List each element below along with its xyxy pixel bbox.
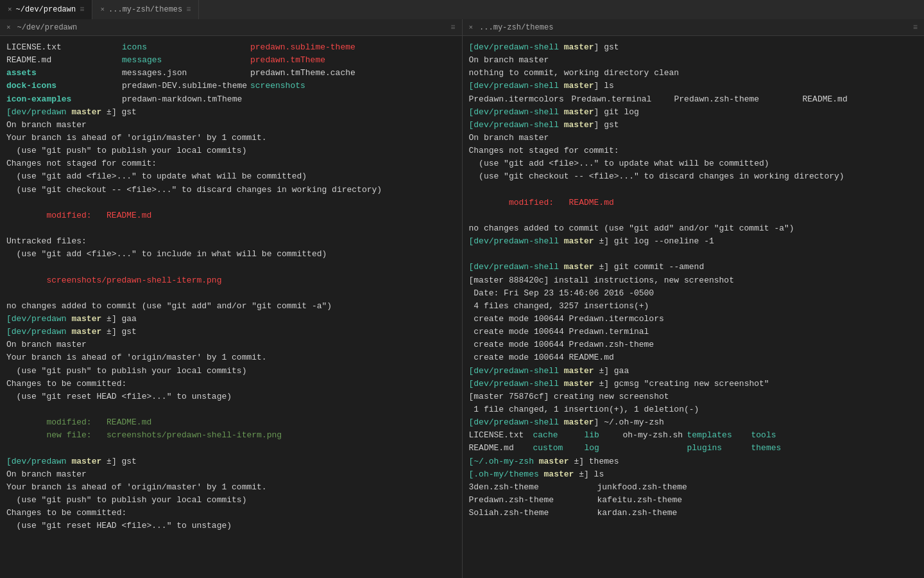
output-line: no changes added to commit (use "git add… (6, 300, 456, 313)
ls-item: oh-my-zsh.sh (623, 429, 687, 442)
ls-output-row5: icon-examples predawn-markdown.tmTheme (6, 93, 456, 106)
tab-themes-menu[interactable]: ≡ (186, 5, 191, 14)
right-panel: × ...my-zsh/themes ≡ [dev/predawn-shell … (463, 19, 925, 578)
ls-output-row2: README.md messages predawn.tmTheme (6, 54, 456, 67)
output-line: Untracked files: (6, 235, 456, 248)
output-line: 4 files changed, 3257 insertions(+) (469, 300, 918, 313)
ls-output-row4: dock-icons predawn-DEV.sublime-theme scr… (6, 80, 456, 92)
output-untracked: screenshots/predawn-shell-iterm.png (6, 274, 456, 287)
ls-item: icons (122, 41, 250, 54)
ls-item: tools (751, 429, 918, 442)
output-line (469, 248, 918, 261)
output-line: [master 888420c] install instructions, n… (469, 274, 918, 287)
tab-bar: × ~/dev/predawn ≡ × ...my-zsh/themes ≡ (0, 0, 924, 19)
tab-themes-close[interactable]: × (100, 6, 105, 13)
ls-item: 3den.zsh-theme (469, 481, 597, 494)
output-line: Your branch is ahead of 'origin/master' … (6, 481, 456, 494)
output-line: create mode 100644 README.md (469, 351, 918, 364)
ls-item (417, 80, 456, 92)
right-panel-title: ...my-zsh/themes (479, 23, 553, 32)
ls-item: templates (687, 429, 751, 442)
prompt-line: [dev/predawn master ±] gst (6, 326, 456, 338)
ls-item: screenshots (250, 80, 417, 92)
output-line: On branch master (6, 119, 456, 132)
output-line: (use "git push" to publish your local co… (6, 144, 456, 157)
ls-omz-row2: README.md custom log plugins themes (469, 442, 918, 455)
ls-item: lib (585, 429, 623, 442)
output-line: create mode 100644 Predawn.itermcolors (469, 313, 918, 326)
output-modified: modified: README.md (469, 197, 918, 209)
left-panel: × ~/dev/predawn ≡ LICENSE.txt icons pred… (0, 19, 463, 578)
prompt-line: [dev/predawn master ±] gst (6, 106, 456, 119)
ls-item: predawn.tmTheme (250, 54, 417, 67)
right-panel-header: × ...my-zsh/themes ≡ (463, 19, 925, 36)
output-line (6, 222, 456, 235)
ls-item: messages (122, 54, 250, 67)
output-staged: modified: README.md (6, 416, 456, 429)
output-line: Your branch is ahead of 'origin/master' … (6, 351, 456, 364)
ls-omz-row1: LICENSE.txt cache lib oh-my-zsh.sh templ… (469, 429, 918, 442)
ls-item: README.md (6, 54, 122, 67)
tab-predawn[interactable]: × ~/dev/predawn ≡ (0, 0, 92, 19)
left-panel-header: × ~/dev/predawn ≡ (0, 19, 462, 36)
left-panel-content[interactable]: LICENSE.txt icons predawn.sublime-theme … (0, 36, 462, 578)
output-line: (use "git add <file>..." to update what … (6, 170, 456, 183)
ls-item (417, 54, 456, 67)
ls-item: icon-examples (6, 93, 122, 106)
output-line: (use "git checkout -- <file>..." to disc… (469, 170, 918, 183)
right-panel-menu[interactable]: ≡ (913, 23, 918, 32)
tab-themes[interactable]: × ...my-zsh/themes ≡ (92, 0, 199, 19)
right-panel-content[interactable]: [dev/predawn-shell master] gst On branch… (463, 36, 925, 578)
prompt-line: [dev/predawn-shell master ±] git log --o… (469, 235, 918, 248)
output-line: (use "git push" to publish your local co… (6, 494, 456, 507)
ls-item: custom (533, 442, 585, 455)
ls-item: junkfood.zsh-theme (597, 481, 918, 494)
ls-item: predawn.sublime-theme (250, 41, 417, 54)
output-line (6, 197, 456, 209)
prompt-line: [dev/predawn-shell master ±] gaa (469, 365, 918, 378)
left-panel-menu[interactable]: ≡ (450, 23, 455, 32)
prompt-line: [dev/predawn master ±] gst (6, 455, 456, 468)
ls-item: predawn-DEV.sublime-theme (122, 80, 250, 92)
ls-item: Predawn.itermcolors (469, 93, 572, 106)
output-line: create mode 100644 Predawn.zsh-theme (469, 338, 918, 351)
ls-item: kafeitu.zsh-theme (597, 494, 918, 507)
ls-item: README.md (803, 93, 918, 106)
ls-item (250, 93, 417, 106)
output-line (6, 442, 456, 455)
ls-item: LICENSE.txt (469, 429, 533, 442)
left-panel-title: ~/dev/predawn (17, 23, 78, 32)
output-modified: modified: README.md (6, 209, 456, 222)
ls-right-row1: Predawn.itermcolors Predawn.terminal Pre… (469, 93, 918, 106)
ls-item: cache (533, 429, 585, 442)
prompt-line: [dev/predawn-shell master] ~/.oh-my-zsh (469, 416, 918, 429)
output-line: (use "git reset HEAD <file>..." to unsta… (6, 520, 456, 532)
tab-themes-label: ...my-zsh/themes (108, 5, 182, 14)
output-line: (use "git reset HEAD <file>..." to unsta… (6, 390, 456, 403)
ls-item (623, 442, 687, 455)
left-panel-close[interactable]: × (6, 24, 11, 31)
output-line: On branch master (469, 54, 918, 67)
ls-output-row1: LICENSE.txt icons predawn.sublime-theme (6, 41, 456, 54)
prompt-line: [dev/predawn master ±] gaa (6, 313, 456, 326)
ls-item (417, 41, 456, 54)
prompt-line: [dev/predawn-shell master] gst (469, 119, 918, 132)
ls-themes-row2: Predawn.zsh-theme kafeitu.zsh-theme (469, 494, 918, 507)
right-panel-close[interactable]: × (469, 24, 474, 31)
tab-predawn-close[interactable]: × (8, 6, 12, 13)
ls-item: Predawn.zsh-theme (469, 494, 597, 507)
ls-output-row3: assets messages.json predawn.tmTheme.cac… (6, 67, 456, 80)
ls-item: log (585, 442, 623, 455)
prompt-line: [~/.oh-my-zsh master ±] themes (469, 455, 918, 468)
ls-item (417, 93, 456, 106)
ls-item: predawn-markdown.tmTheme (122, 93, 250, 106)
ls-item: predawn.tmTheme.cache (250, 67, 417, 80)
output-line: Changes to be committed: (6, 507, 456, 520)
output-line: create mode 100644 Predawn.terminal (469, 326, 918, 338)
tab-predawn-menu[interactable]: ≡ (80, 5, 84, 14)
output-line: nothing to commit, working directory cle… (469, 67, 918, 80)
prompt-line: [.oh-my/themes master ±] ls (469, 468, 918, 481)
output-line (6, 261, 456, 274)
output-line: 1 file changed, 1 insertion(+), 1 deleti… (469, 403, 918, 416)
output-line: Changes to be committed: (6, 378, 456, 390)
